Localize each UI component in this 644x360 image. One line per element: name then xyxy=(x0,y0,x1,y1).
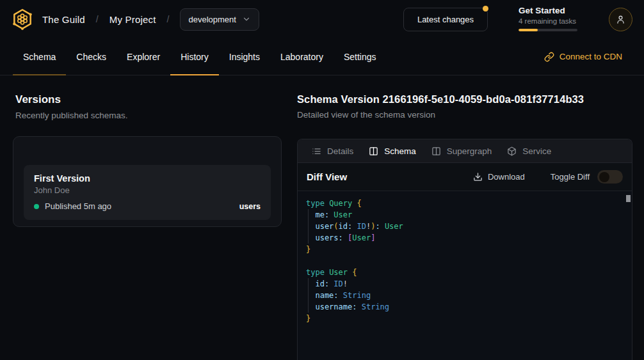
columns-icon xyxy=(431,146,441,156)
tab-details[interactable]: Details xyxy=(304,139,361,162)
chevron-down-icon xyxy=(242,15,251,24)
nav-tab-label: Schema xyxy=(23,52,56,62)
version-status: Published 5m ago xyxy=(45,201,111,211)
breadcrumb-org[interactable]: The Guild xyxy=(42,14,85,25)
version-list-item[interactable]: First Version John Doe Published 5m ago … xyxy=(24,165,271,220)
columns-icon xyxy=(369,146,378,156)
version-detail-panel: Details Schema Supergraph xyxy=(297,139,632,360)
switch-knob xyxy=(599,172,609,182)
scrollbar-thumb[interactable] xyxy=(626,195,631,202)
target-nav: Schema Checks Explorer History Insights … xyxy=(0,38,644,75)
get-started-widget[interactable]: Get Started 4 remaining tasks xyxy=(519,6,580,31)
tab-supergraph-label: Supergraph xyxy=(447,146,492,156)
versions-header: Versions Recently published schemas. xyxy=(15,93,128,120)
latest-changes-button[interactable]: Latest changes xyxy=(403,8,488,31)
notification-dot xyxy=(483,6,488,12)
breadcrumb-separator: / xyxy=(167,14,170,24)
tab-supergraph[interactable]: Supergraph xyxy=(424,139,500,162)
download-label: Download xyxy=(488,172,525,182)
nav-tab-label: Checks xyxy=(76,52,106,62)
nav-tab-label: Insights xyxy=(229,52,260,62)
tab-schema-label: Schema xyxy=(384,146,416,156)
download-button[interactable]: Download xyxy=(473,172,525,182)
tab-details-label: Details xyxy=(327,146,353,156)
breadcrumb-separator: / xyxy=(96,14,99,24)
version-name: First Version xyxy=(34,173,261,184)
tab-service[interactable]: Service xyxy=(499,139,559,162)
cube-icon xyxy=(507,146,517,156)
tab-underline xyxy=(334,74,387,75)
nav-tab-explorer[interactable]: Explorer xyxy=(117,38,170,75)
hive-logo-icon[interactable] xyxy=(10,7,35,31)
versions-title: Versions xyxy=(15,93,128,106)
versions-subtitle: Recently published schemas. xyxy=(15,111,128,120)
breadcrumb: The Guild / My Project / development xyxy=(42,0,259,38)
tab-underline xyxy=(219,74,270,75)
list-icon xyxy=(312,146,321,156)
nav-tab-insights[interactable]: Insights xyxy=(219,38,270,75)
person-icon xyxy=(615,14,626,25)
version-detail-subtitle: Detailed view of the schema version xyxy=(297,110,636,120)
version-detail-header: Schema Version 2166196f-5e10-4059-bd0a-0… xyxy=(297,93,636,120)
tab-underline xyxy=(13,74,66,75)
nav-tab-laboratory[interactable]: Laboratory xyxy=(270,38,334,75)
toggle-diff-label: Toggle Diff xyxy=(551,172,590,182)
version-detail-title: Schema Version 2166196f-5e10-4059-bd0a-0… xyxy=(297,93,636,106)
breadcrumb-project[interactable]: My Project xyxy=(109,14,156,25)
nav-tab-history[interactable]: History xyxy=(170,38,219,75)
nav-tab-schema[interactable]: Schema xyxy=(13,38,66,75)
tab-underline xyxy=(117,74,170,75)
tab-service-label: Service xyxy=(522,146,551,156)
code-lines: type Query { me: User user(id: ID!): Use… xyxy=(306,198,632,324)
version-service-badge: users xyxy=(239,202,261,211)
tab-underline xyxy=(270,74,334,75)
get-started-progress-track xyxy=(519,29,577,31)
nav-tab-settings[interactable]: Settings xyxy=(334,38,387,75)
nav-tab-label: Explorer xyxy=(127,52,160,62)
tab-schema[interactable]: Schema xyxy=(361,139,424,162)
connect-to-cdn-button[interactable]: Connect to CDN xyxy=(544,38,622,75)
nav-tab-label: Settings xyxy=(344,52,376,62)
detail-tabs: Details Schema Supergraph xyxy=(298,139,632,163)
latest-changes-label: Latest changes xyxy=(417,15,474,24)
nav-tab-label: Laboratory xyxy=(280,52,323,62)
tab-underline xyxy=(170,74,219,75)
nav-tab-checks[interactable]: Checks xyxy=(66,38,117,75)
indent-guide xyxy=(308,209,309,244)
download-icon xyxy=(473,172,483,182)
indent-guide xyxy=(308,278,309,313)
tab-underline xyxy=(66,74,117,75)
connect-to-cdn-label: Connect to CDN xyxy=(559,52,622,61)
link-icon xyxy=(544,52,554,62)
versions-list-card: First Version John Doe Published 5m ago … xyxy=(13,136,282,227)
get-started-subtitle: 4 remaining tasks xyxy=(519,17,580,25)
get-started-title: Get Started xyxy=(519,6,580,15)
toggle-diff-switch[interactable] xyxy=(597,170,623,184)
published-status-dot xyxy=(34,204,39,209)
nav-tab-label: History xyxy=(181,52,209,62)
get-started-progress-fill xyxy=(519,29,538,31)
version-author: John Doe xyxy=(34,185,261,195)
diff-toolbar: Diff View Download Toggle Diff xyxy=(298,163,632,191)
target-dropdown-value: development xyxy=(188,15,236,24)
diff-view-title: Diff View xyxy=(307,171,347,182)
schema-sdl-code[interactable]: type Query { me: User user(id: ID!): Use… xyxy=(298,191,632,360)
top-bar: The Guild / My Project / development Lat… xyxy=(0,0,644,38)
user-avatar[interactable] xyxy=(609,8,632,31)
target-dropdown[interactable]: development xyxy=(180,8,259,31)
